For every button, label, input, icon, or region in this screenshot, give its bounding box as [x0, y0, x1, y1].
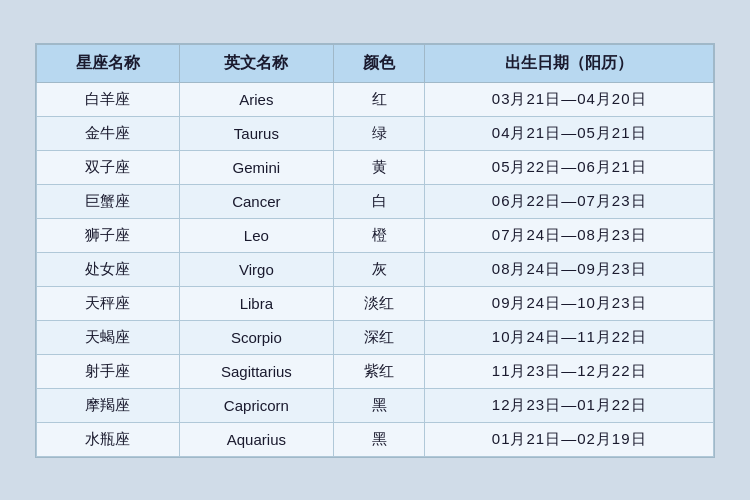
cell-english-name: Virgo	[179, 252, 333, 286]
header-color: 颜色	[333, 44, 425, 82]
cell-english-name: Cancer	[179, 184, 333, 218]
table-row: 双子座Gemini黄05月22日—06月21日	[37, 150, 714, 184]
cell-chinese-name: 天秤座	[37, 286, 180, 320]
cell-chinese-name: 处女座	[37, 252, 180, 286]
cell-color: 红	[333, 82, 425, 116]
cell-chinese-name: 狮子座	[37, 218, 180, 252]
cell-chinese-name: 天蝎座	[37, 320, 180, 354]
table-row: 摩羯座Capricorn黑12月23日—01月22日	[37, 388, 714, 422]
cell-dates: 11月23日—12月22日	[425, 354, 714, 388]
cell-color: 淡红	[333, 286, 425, 320]
cell-english-name: Sagittarius	[179, 354, 333, 388]
cell-chinese-name: 金牛座	[37, 116, 180, 150]
cell-english-name: Capricorn	[179, 388, 333, 422]
cell-color: 黑	[333, 422, 425, 456]
cell-chinese-name: 双子座	[37, 150, 180, 184]
cell-dates: 07月24日—08月23日	[425, 218, 714, 252]
cell-english-name: Leo	[179, 218, 333, 252]
cell-english-name: Aries	[179, 82, 333, 116]
cell-dates: 03月21日—04月20日	[425, 82, 714, 116]
cell-dates: 05月22日—06月21日	[425, 150, 714, 184]
cell-dates: 08月24日—09月23日	[425, 252, 714, 286]
table-row: 处女座Virgo灰08月24日—09月23日	[37, 252, 714, 286]
cell-color: 深红	[333, 320, 425, 354]
table-row: 天蝎座Scorpio深红10月24日—11月22日	[37, 320, 714, 354]
cell-english-name: Scorpio	[179, 320, 333, 354]
table-row: 水瓶座Aquarius黑01月21日—02月19日	[37, 422, 714, 456]
cell-color: 黑	[333, 388, 425, 422]
cell-chinese-name: 摩羯座	[37, 388, 180, 422]
cell-dates: 09月24日—10月23日	[425, 286, 714, 320]
cell-color: 黄	[333, 150, 425, 184]
cell-color: 紫红	[333, 354, 425, 388]
cell-english-name: Taurus	[179, 116, 333, 150]
cell-chinese-name: 白羊座	[37, 82, 180, 116]
table-row: 白羊座Aries红03月21日—04月20日	[37, 82, 714, 116]
table-row: 天秤座Libra淡红09月24日—10月23日	[37, 286, 714, 320]
cell-dates: 10月24日—11月22日	[425, 320, 714, 354]
table-header-row: 星座名称 英文名称 颜色 出生日期（阳历）	[37, 44, 714, 82]
table-row: 狮子座Leo橙07月24日—08月23日	[37, 218, 714, 252]
cell-color: 绿	[333, 116, 425, 150]
cell-color: 白	[333, 184, 425, 218]
cell-english-name: Gemini	[179, 150, 333, 184]
cell-dates: 06月22日—07月23日	[425, 184, 714, 218]
header-dates: 出生日期（阳历）	[425, 44, 714, 82]
cell-chinese-name: 巨蟹座	[37, 184, 180, 218]
cell-chinese-name: 水瓶座	[37, 422, 180, 456]
header-english-name: 英文名称	[179, 44, 333, 82]
cell-color: 灰	[333, 252, 425, 286]
table-row: 金牛座Taurus绿04月21日—05月21日	[37, 116, 714, 150]
cell-english-name: Libra	[179, 286, 333, 320]
cell-dates: 01月21日—02月19日	[425, 422, 714, 456]
cell-color: 橙	[333, 218, 425, 252]
table-row: 巨蟹座Cancer白06月22日—07月23日	[37, 184, 714, 218]
cell-chinese-name: 射手座	[37, 354, 180, 388]
cell-english-name: Aquarius	[179, 422, 333, 456]
zodiac-table-container: 星座名称 英文名称 颜色 出生日期（阳历） 白羊座Aries红03月21日—04…	[35, 43, 715, 458]
cell-dates: 04月21日—05月21日	[425, 116, 714, 150]
zodiac-table: 星座名称 英文名称 颜色 出生日期（阳历） 白羊座Aries红03月21日—04…	[36, 44, 714, 457]
header-chinese-name: 星座名称	[37, 44, 180, 82]
table-row: 射手座Sagittarius紫红11月23日—12月22日	[37, 354, 714, 388]
cell-dates: 12月23日—01月22日	[425, 388, 714, 422]
